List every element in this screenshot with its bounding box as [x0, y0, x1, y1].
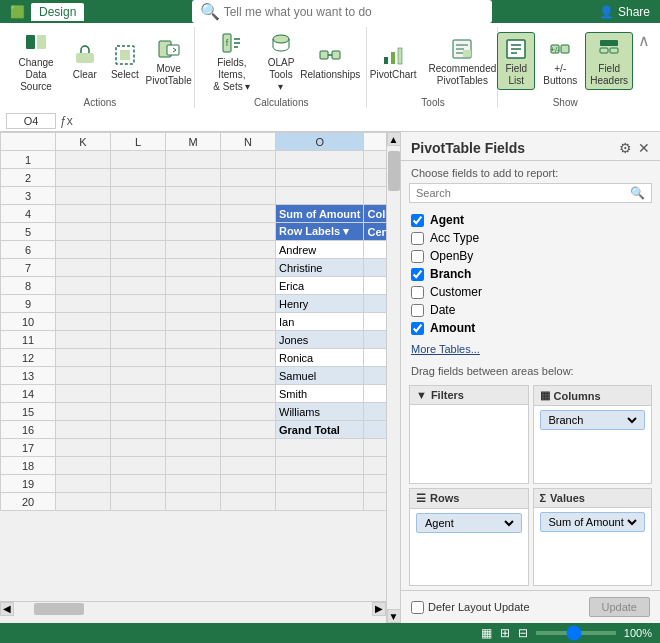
move-pivot-button[interactable]: MovePivotTable — [147, 33, 191, 89]
field-headers-button[interactable]: FieldHeaders — [585, 32, 633, 90]
cell-p19[interactable] — [364, 475, 386, 493]
cell-m6[interactable] — [166, 241, 221, 259]
cell-p20[interactable] — [364, 493, 386, 511]
cell-k6[interactable] — [56, 241, 111, 259]
formula-input[interactable] — [77, 114, 654, 128]
scroll-thumb[interactable] — [34, 603, 84, 615]
cell-p3[interactable] — [364, 187, 386, 205]
pivot-williams-value[interactable] — [364, 403, 386, 421]
cell-l8[interactable] — [111, 277, 166, 295]
cell-n15[interactable] — [221, 403, 276, 421]
cell-l19[interactable] — [111, 475, 166, 493]
col-o-header[interactable]: O — [276, 133, 364, 151]
cell-n4[interactable] — [221, 205, 276, 223]
cell-m7[interactable] — [166, 259, 221, 277]
field-date-checkbox[interactable] — [411, 304, 424, 317]
cell-o1[interactable] — [276, 151, 364, 169]
cell-n7[interactable] — [221, 259, 276, 277]
field-buttons-button[interactable]: +/- +/-Buttons — [539, 33, 581, 89]
pivot-samuel-value[interactable] — [364, 367, 386, 385]
cell-n13[interactable] — [221, 367, 276, 385]
cell-m20[interactable] — [166, 493, 221, 511]
share-button[interactable]: 👤 Share — [599, 5, 650, 19]
clear-button[interactable]: Clear — [67, 39, 103, 83]
field-openby-checkbox[interactable] — [411, 250, 424, 263]
cell-m15[interactable] — [166, 403, 221, 421]
cell-m11[interactable] — [166, 331, 221, 349]
cell-n1[interactable] — [221, 151, 276, 169]
zoom-slider[interactable] — [536, 631, 616, 635]
cell-k7[interactable] — [56, 259, 111, 277]
collapse-ribbon-button[interactable]: ∧ — [634, 27, 654, 54]
col-p-header[interactable]: P — [364, 133, 386, 151]
cell-k9[interactable] — [56, 295, 111, 313]
col-k-header[interactable]: K — [56, 133, 111, 151]
pivot-smith-value[interactable]: 592 — [364, 385, 386, 403]
col-l-header[interactable]: L — [111, 133, 166, 151]
pivot-row-labels[interactable]: Row Labels ▾ — [276, 223, 364, 241]
pivot-smith-label[interactable]: Smith — [276, 385, 364, 403]
cell-p2[interactable] — [364, 169, 386, 187]
cell-n3[interactable] — [221, 187, 276, 205]
scroll-left-arrow[interactable]: ◀ — [0, 602, 14, 616]
cell-l20[interactable] — [111, 493, 166, 511]
cell-n8[interactable] — [221, 277, 276, 295]
pivot-henry-label[interactable]: Henry — [276, 295, 364, 313]
cell-o18[interactable] — [276, 457, 364, 475]
pivot-andrew-label[interactable]: Andrew — [276, 241, 364, 259]
more-tables-link[interactable]: More Tables... — [401, 339, 660, 359]
fields-items-button[interactable]: f Fields, Items,& Sets ▾ — [205, 27, 259, 95]
cell-m10[interactable] — [166, 313, 221, 331]
pivot-henry-value[interactable]: 200 — [364, 295, 386, 313]
cell-m8[interactable] — [166, 277, 221, 295]
pivot-christine-value[interactable]: 1243 — [364, 259, 386, 277]
cell-k16[interactable] — [56, 421, 111, 439]
pivot-erica-label[interactable]: Erica — [276, 277, 364, 295]
cell-m9[interactable] — [166, 295, 221, 313]
panel-close-icon[interactable]: ✕ — [638, 140, 650, 156]
cell-k18[interactable] — [56, 457, 111, 475]
pivot-andrew-value[interactable]: 700 — [364, 241, 386, 259]
cell-n19[interactable] — [221, 475, 276, 493]
col-m-header[interactable]: M — [166, 133, 221, 151]
cell-l14[interactable] — [111, 385, 166, 403]
cell-n10[interactable] — [221, 313, 276, 331]
v-scroll-thumb[interactable] — [388, 151, 400, 191]
cell-k20[interactable] — [56, 493, 111, 511]
cell-n9[interactable] — [221, 295, 276, 313]
cell-n18[interactable] — [221, 457, 276, 475]
cell-l11[interactable] — [111, 331, 166, 349]
cell-k8[interactable] — [56, 277, 111, 295]
cell-o2[interactable] — [276, 169, 364, 187]
pivot-christine-label[interactable]: Christine — [276, 259, 364, 277]
cell-m5[interactable] — [166, 223, 221, 241]
cell-k13[interactable] — [56, 367, 111, 385]
cell-n14[interactable] — [221, 385, 276, 403]
cell-n16[interactable] — [221, 421, 276, 439]
page-break-icon[interactable]: ⊟ — [518, 626, 528, 640]
field-branch-checkbox[interactable] — [411, 268, 424, 281]
pivot-jones-label[interactable]: Jones — [276, 331, 364, 349]
cell-l16[interactable] — [111, 421, 166, 439]
fields-search-input[interactable] — [416, 187, 630, 199]
columns-branch-select[interactable]: Branch — [545, 413, 641, 427]
pivot-sum-header[interactable]: Sum of Amount — [276, 205, 364, 223]
update-button[interactable]: Update — [589, 597, 650, 617]
cell-n6[interactable] — [221, 241, 276, 259]
pivot-central[interactable]: Central — [364, 223, 386, 241]
cell-n17[interactable] — [221, 439, 276, 457]
cell-m13[interactable] — [166, 367, 221, 385]
cell-k1[interactable] — [56, 151, 111, 169]
cell-m4[interactable] — [166, 205, 221, 223]
field-acc-type-checkbox[interactable] — [411, 232, 424, 245]
cell-l13[interactable] — [111, 367, 166, 385]
pivot-grand-total-label[interactable]: Grand Total — [276, 421, 364, 439]
search-input[interactable] — [224, 5, 484, 19]
cell-l7[interactable] — [111, 259, 166, 277]
design-tab-label[interactable]: Design — [31, 3, 84, 21]
field-agent-checkbox[interactable] — [411, 214, 424, 227]
cell-p18[interactable] — [364, 457, 386, 475]
change-data-source-button[interactable]: Change DataSource — [9, 27, 63, 95]
cell-n5[interactable] — [221, 223, 276, 241]
defer-checkbox[interactable] — [411, 601, 424, 614]
